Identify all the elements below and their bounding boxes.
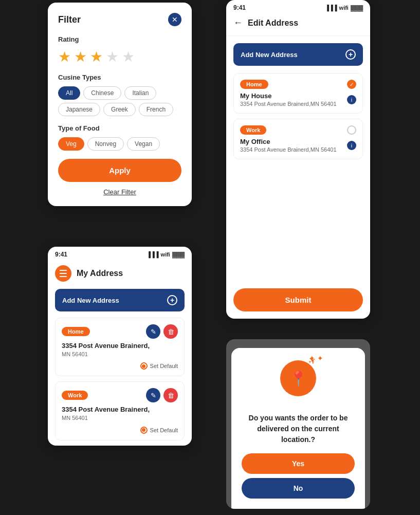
card-work-actions: ✎ 🗑 [146,388,178,402]
time-right: 9:41 [233,4,246,11]
apply-button[interactable]: Apply [58,159,181,182]
yes-button[interactable]: Yes [242,453,355,474]
home-addr-name: 3354 Post Avenue Brainerd, [62,342,178,350]
chip-italian[interactable]: Italian [124,86,156,100]
star-4[interactable]: ★ [106,48,119,65]
status-bar-right: 9:41 ▐▐▐ wifi ▓▓▓ [226,0,370,13]
cuisine-chips: All Chinese Italian Japanese Greek Frenc… [58,86,181,116]
filter-panel: Filter ✕ Rating ★ ★ ★ ★ ★ Cusine Types A… [48,3,192,206]
signal-icon-right: ▐▐▐ [325,5,337,11]
work-addr-name: 3354 Post Avenue Brainerd, [62,406,178,413]
delete-home-button[interactable]: 🗑 [163,324,178,339]
edit-work-tag: Work [240,125,266,135]
delete-work-button[interactable]: 🗑 [163,388,178,402]
submit-wrap: Submit [226,281,370,319]
my-address-panel: 9:41 ▐▐▐ wifi ▓▓▓ My Address Add New Add… [48,247,192,446]
edit-card-home: Home My House 3354 Post Avenue Brainerd,… [233,73,363,114]
chip-nonveg[interactable]: Nonveg [87,137,124,151]
filter-title: Filter [58,14,81,25]
edit-home-tag: Home [240,80,268,89]
edit-address-title: Edit Address [248,19,298,28]
address-card-home: Home ✎ 🗑 3354 Post Avenue Brainerd, MN 5… [55,318,185,376]
clear-filter-button[interactable]: Clear Filter [58,188,181,196]
edit-work-addr-row: My Office 3354 Post Avenue Brainerd,MN 5… [240,138,356,153]
chip-greek[interactable]: Greek [103,103,136,116]
battery-icon: ▓▓▓ [172,251,185,258]
location-modal-wrap: 📍 ✦ ✦ ✈ Do you wants the order to be del… [226,339,370,509]
card-home-top: Home ✎ 🗑 [62,324,178,339]
home-set-default-row: Set Default [62,362,178,370]
work-info-icon[interactable]: i [347,141,356,150]
card-home-actions: ✎ 🗑 [146,324,178,339]
home-info-icon[interactable]: i [347,95,356,104]
plus-icon-left: + [167,295,177,305]
home-tag: Home [62,327,90,336]
address-card-work: Work ✎ 🗑 3354 Post Avenue Brainerd, MN 5… [55,381,185,440]
wifi-icon: wifi [161,251,170,258]
wifi-icon-right: wifi [339,5,349,11]
work-radio[interactable] [140,427,148,434]
home-radio[interactable] [140,362,148,370]
no-button[interactable]: No [242,478,355,499]
status-icons-right: ▐▐▐ wifi ▓▓▓ [325,5,363,11]
plus-icon-right: + [345,49,356,60]
chip-all[interactable]: All [58,86,80,100]
back-arrow-button[interactable]: ← [233,17,243,28]
time-left: 9:41 [55,251,67,258]
my-address-header: My Address [48,260,192,289]
add-new-label-left: Add New Address [62,297,119,304]
signal-icon: ▐▐▐ [147,251,158,258]
menu-icon[interactable] [55,265,71,282]
chip-japanese[interactable]: Japanese [58,103,100,116]
add-new-label-right: Add New Address [241,51,298,59]
work-tag: Work [62,391,88,400]
chip-vegan[interactable]: Vegan [127,137,160,151]
star-2[interactable]: ★ [74,48,87,65]
home-set-default-text: Set Default [150,363,178,369]
location-modal: 📍 ✦ ✦ ✈ Do you wants the order to be del… [231,348,365,509]
add-new-address-button-right[interactable]: Add New Address + [233,43,363,66]
close-icon: ✕ [172,15,178,24]
edit-home-text: 3354 Post Avenue Brainerd,MN 56401 [240,101,337,107]
status-bar-left: 9:41 ▐▐▐ wifi ▓▓▓ [48,247,192,260]
location-pin-icon: 📍 [289,370,307,387]
edit-home-button[interactable]: ✎ [146,324,160,339]
food-type-label: Type of Food [58,124,181,132]
location-icon-container: 📍 ✦ ✦ ✈ [280,360,316,404]
edit-home-addr-row: My House 3354 Post Avenue Brainerd,MN 56… [240,92,356,107]
my-address-title: My Address [77,269,123,278]
edit-work-name: My Office [240,138,337,145]
card-work-top: Work ✎ 🗑 [62,388,178,402]
edit-work-top: Work [240,125,356,135]
edit-address-header: ← Edit Address [226,13,370,36]
home-addr-text: MN 56401 [62,351,178,358]
rating-label: Rating [58,35,181,43]
chip-chinese[interactable]: Chinese [83,86,121,100]
star-3[interactable]: ★ [90,48,103,65]
filter-close-button[interactable]: ✕ [168,13,181,26]
edit-card-work: Work My Office 3354 Post Avenue Brainerd… [233,119,363,159]
filter-header: Filter ✕ [58,13,181,26]
submit-button[interactable]: Submit [233,288,363,311]
chip-french[interactable]: French [139,103,173,116]
edit-work-button[interactable]: ✎ [146,388,160,402]
work-set-default-text: Set Default [150,427,178,433]
work-addr-text: MN 56401 [62,414,178,422]
status-icons-left: ▐▐▐ wifi ▓▓▓ [147,251,185,258]
work-set-default-row: Set Default [62,427,178,434]
food-chips: Veg Nonveg Vegan [58,137,181,151]
chip-veg[interactable]: Veg [58,137,84,151]
add-new-address-button-left[interactable]: Add New Address + [55,289,185,311]
edit-home-radio[interactable] [347,80,356,89]
location-question-text: Do you wants the order to be delivered o… [242,413,355,445]
rating-stars: ★ ★ ★ ★ ★ [58,48,181,65]
star-5[interactable]: ★ [122,48,135,65]
star-1[interactable]: ★ [58,48,71,65]
cuisine-label: Cusine Types [58,73,181,81]
edit-address-panel: 9:41 ▐▐▐ wifi ▓▓▓ ← Edit Address Add New… [226,0,370,319]
battery-icon-right: ▓▓▓ [351,5,363,11]
edit-work-text: 3354 Post Avenue Brainerd,MN 56401 [240,146,337,153]
edit-home-name: My House [240,92,337,100]
edit-home-top: Home [240,80,356,89]
edit-work-radio[interactable] [347,125,356,135]
